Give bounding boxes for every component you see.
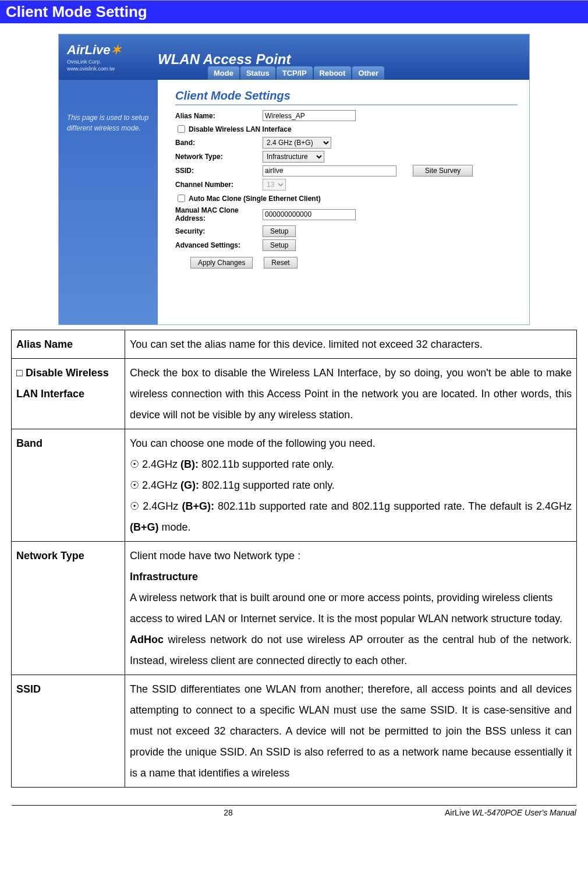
row-auto-mac-clone: Auto Mac Clone (Single Ethernet Client): [175, 193, 518, 204]
form-actions: Apply Changes Reset: [190, 257, 518, 269]
advanced-setup-button[interactable]: Setup: [263, 239, 296, 251]
table-row: Band You can choose one mode of the foll…: [12, 429, 577, 542]
header-title: WLAN Access Point: [158, 47, 529, 68]
page-title: Client Mode Setting: [0, 0, 588, 23]
app-window: AirLive✶ OvisLink Corp. www.ovislink.com…: [58, 34, 530, 325]
tab-other[interactable]: Other: [352, 66, 384, 80]
table-row: SSID The SSID differentiates one WLAN fr…: [12, 675, 577, 788]
disable-wlan-checkbox[interactable]: [178, 125, 185, 133]
desc-label-band: Band: [12, 429, 125, 542]
adhoc-text: wireless network do not use wireless AP …: [130, 634, 572, 666]
desc-text-band: You can choose one mode of the following…: [125, 429, 577, 542]
table-row: □ Disable Wireless LAN Interface Check t…: [12, 359, 577, 429]
band-b-label: (B):: [180, 458, 199, 470]
row-alias: Alias Name:: [175, 110, 518, 121]
page-footer: 28 AirLive WL-5470POE User's Manual: [0, 808, 588, 823]
band-select[interactable]: 2.4 GHz (B+G): [263, 137, 331, 149]
footer-brand: AirLive: [445, 808, 472, 817]
row-network-type: Network Type: Infrastructure: [175, 151, 518, 163]
desc-label-disable-wlan-text: Disable Wireless LAN Interface: [16, 367, 109, 400]
ssid-input[interactable]: [263, 165, 396, 176]
desc-text-ssid: The SSID differentiates one WLAN from an…: [125, 675, 577, 788]
logo-subtitle-2: www.ovislink.com.tw: [67, 66, 150, 72]
mac-clone-input[interactable]: [263, 209, 356, 220]
desc-text-network-type: Client mode have two Network type : Infr…: [125, 542, 577, 675]
security-label: Security:: [175, 227, 263, 235]
reset-button[interactable]: Reset: [264, 257, 297, 269]
section-heading: Client Mode Settings: [175, 89, 518, 105]
bullet-icon: ☉ 2.4GHz: [130, 479, 180, 491]
row-ssid: SSID: Site Survey: [175, 165, 518, 176]
tab-mode[interactable]: Mode: [208, 66, 239, 80]
auto-mac-clone-label: Auto Mac Clone (Single Ethernet Client): [189, 195, 321, 203]
tab-tcpip[interactable]: TCP/IP: [277, 66, 313, 80]
mac-clone-label: Manual MAC Clone Address:: [175, 206, 263, 223]
alias-label: Alias Name:: [175, 112, 263, 120]
bullet-icon: ☉ 2.4GHz: [130, 458, 180, 470]
alias-input[interactable]: [263, 110, 356, 121]
band-bg-text-2: mode.: [159, 521, 191, 533]
app-header: AirLive✶ OvisLink Corp. www.ovislink.com…: [59, 34, 529, 80]
description-table: Alias Name You can set the alias name fo…: [11, 330, 577, 788]
infrastructure-text: A wireless network that is built around …: [130, 592, 562, 624]
logo-word-2: Live: [85, 43, 111, 57]
page-number: 28: [224, 808, 233, 817]
band-g-text: 802.11g supported rate only.: [199, 479, 335, 491]
nav-tabs: Mode Status TCP/IP Reboot Other: [208, 66, 385, 80]
desc-label-network-type: Network Type: [12, 542, 125, 675]
band-intro: You can choose one mode of the following…: [130, 437, 376, 449]
table-row: Network Type Client mode have two Networ…: [12, 542, 577, 675]
auto-mac-clone-checkbox[interactable]: [178, 195, 185, 202]
row-disable-wlan: Disable Wireless LAN Interface: [175, 123, 518, 135]
band-bg-text-1: 802.11b supported rate and 802.11g suppo…: [214, 500, 572, 512]
row-mac-clone: Manual MAC Clone Address:: [175, 206, 518, 223]
band-label: Band:: [175, 139, 263, 147]
apply-changes-button[interactable]: Apply Changes: [190, 257, 253, 269]
adhoc-heading: AdHoc: [130, 634, 164, 645]
bullet-icon: ☉ 2.4GHz: [130, 500, 182, 512]
desc-label-alias: Alias Name: [12, 330, 125, 359]
footer-model: WL-5470POE User's Manual: [472, 808, 576, 817]
ssid-label: SSID:: [175, 167, 263, 175]
content-area: Client Mode Settings Alias Name: Disable…: [158, 80, 529, 324]
network-type-select[interactable]: Infrastructure: [263, 151, 324, 163]
band-b-text: 802.11b supported rate only.: [199, 458, 334, 470]
logo-dot-icon: ✶: [111, 43, 121, 57]
checkbox-icon: □: [16, 367, 26, 379]
band-g-label: (G):: [180, 479, 199, 491]
tab-reboot[interactable]: Reboot: [314, 66, 352, 80]
embedded-screenshot: AirLive✶ OvisLink Corp. www.ovislink.com…: [58, 34, 530, 325]
channel-select: 13: [263, 179, 286, 190]
row-security: Security: Setup: [175, 225, 518, 237]
table-row: Alias Name You can set the alias name fo…: [12, 330, 577, 359]
advanced-label: Advanced Settings:: [175, 241, 263, 249]
desc-text-disable-wlan: Check the box to disable the Wireless LA…: [125, 359, 577, 429]
tab-status[interactable]: Status: [240, 66, 275, 80]
sidebar-text: This page is used to setup different wir…: [67, 114, 148, 132]
site-survey-button[interactable]: Site Survey: [413, 165, 473, 176]
row-band: Band: 2.4 GHz (B+G): [175, 137, 518, 149]
logo-block: AirLive✶ OvisLink Corp. www.ovislink.com…: [59, 39, 158, 75]
band-bg-mode: (B+G): [130, 521, 159, 533]
footer-product: AirLive WL-5470POE User's Manual: [445, 808, 576, 817]
logo-word: Air: [67, 43, 85, 57]
network-type-label: Network Type:: [175, 153, 263, 161]
sidebar: This page is used to setup different wir…: [59, 80, 158, 324]
desc-label-ssid: SSID: [12, 675, 125, 788]
infrastructure-heading: Infrastructure: [130, 571, 198, 582]
disable-wlan-label: Disable Wireless LAN Interface: [189, 125, 292, 133]
row-channel: Channel Number: 13: [175, 179, 518, 190]
desc-label-disable-wlan: □ Disable Wireless LAN Interface: [12, 359, 125, 429]
channel-label: Channel Number:: [175, 181, 263, 189]
footer-divider: [12, 805, 576, 806]
nettype-intro: Client mode have two Network type :: [130, 550, 300, 562]
band-bg-label: (B+G):: [182, 500, 214, 512]
logo-text: AirLive✶: [67, 43, 121, 57]
security-setup-button[interactable]: Setup: [263, 225, 296, 237]
desc-text-alias: You can set the alias name for this devi…: [125, 330, 577, 359]
row-advanced: Advanced Settings: Setup: [175, 239, 518, 251]
app-body: This page is used to setup different wir…: [59, 80, 529, 324]
logo-subtitle-1: OvisLink Corp.: [67, 59, 150, 65]
